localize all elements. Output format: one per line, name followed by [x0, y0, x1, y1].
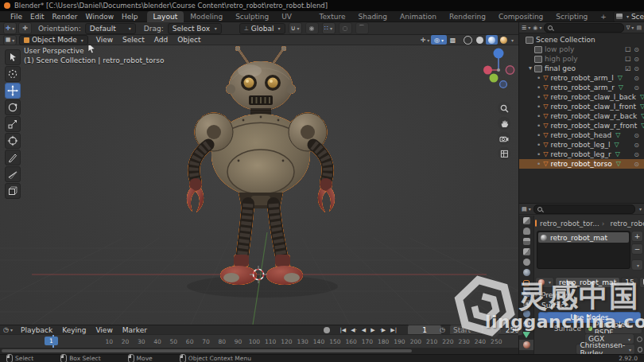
tab-particles[interactable] [519, 298, 533, 309]
properties-editor-icon[interactable]: ▤▾ [522, 206, 531, 212]
preview-panel-header[interactable]: ▸ Preview [535, 291, 642, 299]
object-row[interactable]: • ▽ retro_robot_claw_r_back ▽ ⊙ [519, 111, 644, 121]
object-row[interactable]: • ▽ retro_robot_claw_r_front ▽ ⊙ [519, 121, 644, 130]
workspace-tab[interactable]: Scripting [549, 11, 594, 22]
timeline-menu[interactable]: View [91, 326, 117, 334]
scale-tool-button[interactable] [5, 116, 21, 132]
viewport-menu[interactable]: Select [118, 36, 149, 44]
navigation-gizmo[interactable] [483, 45, 515, 95]
pan-hand-icon[interactable] [498, 117, 510, 130]
viewport-menu[interactable]: Object [173, 36, 205, 44]
move-tool-icon[interactable]: ✛ [18, 22, 32, 34]
zoom-icon[interactable] [498, 102, 510, 115]
outliner-filter-icon[interactable]: ∇▾ [627, 25, 634, 31]
material-users-button[interactable]: 15 [621, 277, 638, 288]
annotate-tool-button[interactable] [5, 150, 21, 165]
viewport-menu[interactable]: View [91, 36, 118, 44]
animate-dot-icon[interactable] [638, 347, 642, 352]
add-slot-button[interactable]: + [631, 231, 643, 242]
collection-row[interactable]: ▾ final geo ☑ ⊙ [519, 64, 644, 73]
object-row[interactable]: • ▽ retro_robot_torso ▽ ⊙ [519, 159, 644, 169]
perspective-toggle-icon[interactable] [498, 147, 510, 160]
proportional-editing-icon[interactable]: ∷▾ [322, 22, 336, 34]
hide-eye-icon[interactable]: ⊙ [634, 132, 639, 139]
timeline-menu[interactable]: Playback [16, 326, 57, 334]
tab-object[interactable] [519, 278, 533, 288]
xray-toggle-icon[interactable]: ▩ [447, 35, 459, 45]
snap-toggle-icon[interactable]: ◉ [305, 22, 319, 34]
object-row[interactable]: • ▽ retro_robot_arm_r ▽ ⊙ [519, 83, 644, 92]
object-row[interactable]: • ▽ retro_robot_leg_l ▽ ⊙ [519, 140, 644, 150]
viewport-3d[interactable]: User Perspective (1) Scene Collection | … [0, 35, 518, 325]
playback-button[interactable]: ◀· [348, 327, 359, 333]
hide-eye-icon[interactable]: ⊙ [634, 142, 639, 149]
tab-view-layer[interactable] [519, 247, 533, 257]
collection-checkbox[interactable]: ☑ [625, 65, 630, 72]
outliner-search-input[interactable] [544, 23, 623, 33]
object-row[interactable]: • ▽ retro_robot_claw_l_front ▽ ⊙ [519, 102, 644, 111]
topbar-menu[interactable]: Edit [26, 13, 48, 21]
move-tool-button[interactable] [5, 83, 21, 99]
drag-dropdown[interactable]: Select Box▾ [168, 23, 222, 34]
measure-tool-button[interactable] [5, 166, 21, 182]
workspace-tab[interactable]: Modeling [184, 11, 229, 22]
workspace-tab[interactable]: Compositing [492, 11, 549, 22]
collection-row[interactable]: high poly ☐ ⊙ [519, 54, 644, 64]
proportional-falloff-icon[interactable]: ◌ [339, 22, 352, 34]
topbar-menu[interactable]: Help [118, 13, 142, 21]
viewport-menu[interactable]: Add [149, 36, 173, 44]
hide-eye-icon[interactable]: ⊙ [634, 65, 639, 72]
object-row[interactable]: • ▽ retro_robot_arm_l ▽ ⊙ [519, 73, 644, 83]
fake-user-shield-icon[interactable] [639, 277, 644, 288]
tab-render[interactable] [519, 226, 533, 236]
hide-eye-icon[interactable]: ⊙ [634, 84, 639, 91]
collection-row[interactable]: low poly ☐ ⊙ [519, 45, 644, 54]
breadcrumb-material[interactable]: retro_robot_m... [610, 220, 644, 228]
timeline-menu[interactable]: Marker [118, 326, 152, 334]
properties-search-input[interactable] [533, 204, 635, 214]
tab-physics[interactable] [519, 309, 533, 319]
hide-eye-icon[interactable]: ⊙ [634, 46, 639, 53]
shading-rendered-icon[interactable] [498, 35, 510, 45]
surface-panel-header[interactable]: ▾ Surface [535, 302, 642, 309]
playback-button[interactable]: ▶ [368, 327, 377, 333]
outliner-options-icon[interactable]: ▤ [636, 25, 642, 31]
workspace-tab[interactable]: Animation [394, 11, 443, 22]
topbar-menu[interactable]: File [6, 13, 26, 21]
transform-tool-button[interactable] [5, 133, 21, 149]
scene-collection-row[interactable]: Scene Collection [519, 35, 644, 45]
tab-world[interactable] [519, 267, 533, 278]
outliner-editor-icon[interactable]: ☰▾ [522, 25, 530, 31]
shading-dropdown-icon[interactable]: ▾ [511, 37, 514, 43]
workspace-tab[interactable]: UV Editing [275, 11, 312, 22]
playback-button[interactable]: |◀ [338, 327, 349, 333]
snapping-icon[interactable]: ∪▾ [289, 22, 302, 34]
collection-checkbox[interactable]: ☐ [625, 56, 630, 63]
disclosure-icon[interactable]: ▾ [529, 65, 534, 72]
robot-model[interactable] [169, 45, 359, 293]
surface-shader-button[interactable]: Principled BSDF [584, 323, 642, 334]
rotate-tool-button[interactable] [5, 99, 21, 115]
shading-material-icon[interactable] [486, 35, 498, 45]
orientation-dropdown[interactable]: Default▾ [85, 23, 136, 34]
scene-selector[interactable]: ▾ Scene × [613, 11, 644, 22]
active-tool-dropdown[interactable]: ✛▾ [3, 22, 17, 34]
workspace-tab[interactable]: Rendering [443, 11, 492, 22]
slot-specials-button[interactable]: ▾ [631, 259, 643, 271]
tab-tool[interactable] [519, 216, 533, 226]
falloff-curve-icon[interactable]: ⌒ [355, 22, 369, 34]
playback-button[interactable]: ▶| [388, 327, 399, 333]
timeline-editor-icon[interactable]: ◷▾ [3, 326, 13, 333]
current-frame-marker[interactable]: 1 [45, 337, 58, 345]
tab-scene[interactable] [519, 257, 533, 267]
timeline-menu[interactable]: Keying [57, 326, 91, 334]
topbar-menu[interactable]: Render [48, 13, 82, 21]
preview-range-clock-icon[interactable]: ◷ [440, 326, 445, 333]
workspace-tab[interactable]: Shading [351, 11, 394, 22]
add-workspace-button[interactable]: + [594, 11, 613, 22]
show-gizmo-icon[interactable]: ✛▾ [419, 35, 431, 45]
properties-filter-icon[interactable]: ▾ [639, 206, 642, 212]
workspace-tab[interactable]: Layout [147, 11, 184, 22]
object-row[interactable]: • ▽ retro_robot_leg_r ▽ ⊙ [519, 150, 644, 159]
shading-solid-icon[interactable] [474, 35, 486, 45]
